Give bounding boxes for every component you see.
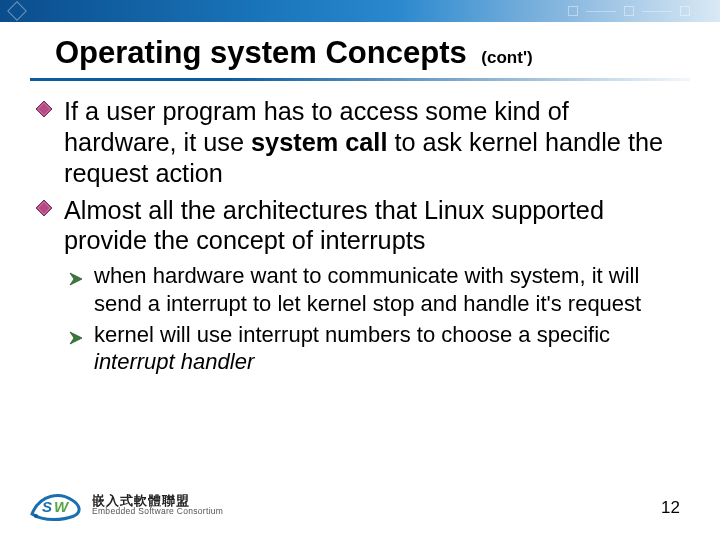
bullet-level1: If a user program has to access some kin…: [36, 96, 684, 189]
slide-number: 12: [661, 498, 680, 518]
bullet-level2: when hardware want to communicate with s…: [68, 262, 684, 317]
subbullet-text: kernel will use interrupt numbers to cho…: [94, 322, 610, 347]
svg-marker-5: [70, 332, 82, 344]
slide-body: If a user program has to access some kin…: [36, 96, 684, 379]
subbullet-italic: interrupt handler: [94, 349, 254, 374]
slide-title: Operating system Concepts (cont'): [0, 26, 720, 78]
subbullet-text: when hardware want to communicate with s…: [94, 263, 641, 315]
slide: Operating system Concepts (cont') If a u…: [0, 0, 720, 540]
bullet-level1: Almost all the architectures that Linux …: [36, 195, 684, 257]
arrow-bullet-icon: [68, 266, 84, 282]
svg-text:S: S: [42, 498, 52, 515]
svg-text:W: W: [54, 498, 70, 515]
arrow-bullet-icon: [68, 325, 84, 341]
bullet-text-strong: system call: [251, 128, 387, 156]
title-main: Operating system Concepts: [55, 35, 467, 70]
svg-marker-4: [70, 273, 82, 285]
svg-point-8: [34, 514, 38, 518]
title-underline: [30, 78, 690, 81]
diamond-bullet-icon: [36, 101, 52, 117]
diamond-bullet-icon: [36, 200, 52, 216]
logo-mark-icon: S W: [30, 488, 84, 522]
bullet-text-pre: Almost all the architectures that Linux …: [64, 196, 604, 255]
footer-logo: S W 嵌入式軟體聯盟 Embedded Software Consortium: [30, 488, 223, 522]
top-decorative-band: [0, 0, 720, 22]
logo-text-cjk: 嵌入式軟體聯盟: [92, 494, 223, 508]
title-suffix: (cont'): [481, 48, 532, 67]
bullet-level2: kernel will use interrupt numbers to cho…: [68, 321, 684, 376]
logo-text-en: Embedded Software Consortium: [92, 507, 223, 516]
logo-text: 嵌入式軟體聯盟 Embedded Software Consortium: [92, 494, 223, 517]
top-circuit-decoration: [568, 0, 690, 22]
